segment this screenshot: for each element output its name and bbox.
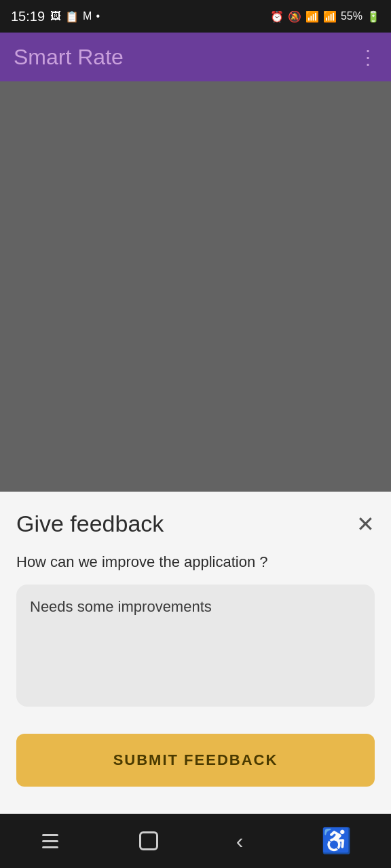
battery-text: 55% <box>341 10 362 22</box>
dot-icon: • <box>96 10 100 22</box>
mute-icon: 🔕 <box>288 10 301 23</box>
app-bar: Smart Rate ⋮ <box>0 33 391 81</box>
status-icons-left: 🖼 📋 M • <box>50 10 100 23</box>
wifi-icon: 📶 <box>305 10 319 23</box>
submit-feedback-button[interactable]: SUBMIT FEEDBACK <box>16 734 375 787</box>
more-options-button[interactable]: ⋮ <box>358 46 377 68</box>
recent-apps-button[interactable] <box>39 831 61 851</box>
status-left: 15:19 🖼 📋 M • <box>11 9 100 24</box>
home-button[interactable] <box>139 831 158 850</box>
sheet-title: Give feedback <box>16 511 164 537</box>
back-button[interactable]: ‹ <box>236 829 244 854</box>
bottom-sheet-backdrop: Give feedback ✕ How can we improve the a… <box>0 81 391 814</box>
battery-icon: 🔋 <box>367 10 380 23</box>
nav-bar: ‹ ♿ <box>0 814 391 868</box>
status-bar: 15:19 🖼 📋 M • ⏰ 🔕 📶 📶 55% 🔋 <box>0 0 391 33</box>
app-title: Smart Rate <box>14 45 124 70</box>
clipboard-icon: 📋 <box>65 10 79 23</box>
feedback-question: How can we improve the application ? <box>16 553 375 571</box>
status-time: 15:19 <box>11 9 45 24</box>
status-right: ⏰ 🔕 📶 📶 55% 🔋 <box>270 10 380 23</box>
gmail-icon: M <box>83 10 92 22</box>
sheet-header: Give feedback ✕ <box>16 511 375 537</box>
main-content: Give feedback ✕ How can we improve the a… <box>0 81 391 814</box>
signal-icon: 📶 <box>323 10 337 23</box>
feedback-bottom-sheet: Give feedback ✕ How can we improve the a… <box>0 492 391 814</box>
close-button[interactable]: ✕ <box>356 513 375 535</box>
alarm-icon: ⏰ <box>270 10 284 23</box>
feedback-input[interactable] <box>16 585 375 707</box>
photo-icon: 🖼 <box>50 10 61 22</box>
accessibility-button[interactable]: ♿ <box>321 827 352 855</box>
